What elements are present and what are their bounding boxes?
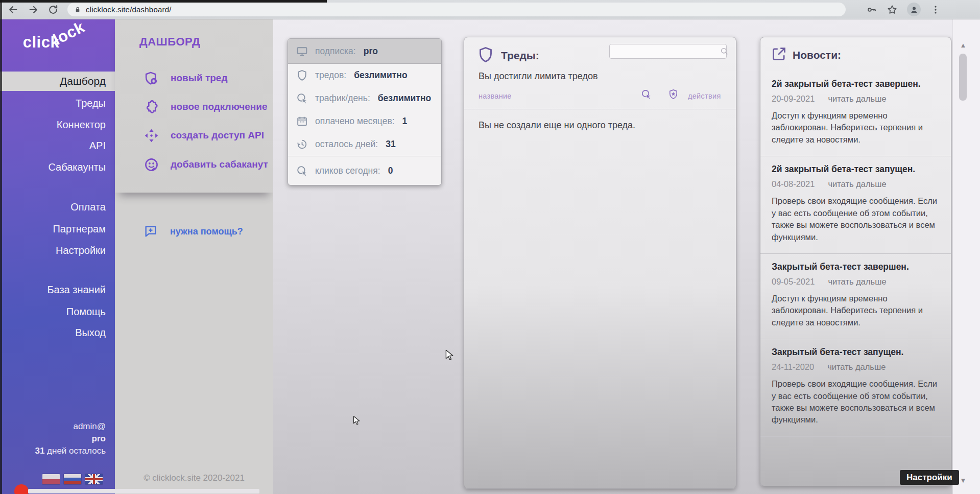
url-text: clicklock.site/dashboard/	[86, 5, 172, 14]
shield-plus-icon	[144, 70, 159, 86]
sidebar-item-payment[interactable]: Оплата	[0, 197, 115, 217]
menu-dots-icon[interactable]	[930, 4, 941, 15]
news-item: Закрытый бета-тест запущен. 24-11-2020 ч…	[760, 339, 951, 436]
news-title: Новости:	[793, 49, 841, 61]
read-more-link[interactable]: читать дальше	[828, 277, 886, 287]
action-label: добавить сабаканут	[171, 159, 268, 170]
copyright-text: © clicklock.site 2020-2021	[115, 473, 273, 483]
clicklock-logo: clicklock	[0, 33, 115, 52]
subscription-card: подписка:pro тредов:безлимитно трафик/де…	[288, 38, 442, 185]
news-item-meta: 09-05-2021 читать дальше	[772, 277, 941, 287]
traffic-row: трафик/день:безлимитно	[288, 87, 441, 110]
click-icon	[296, 164, 308, 177]
main-content: подписка:pro тредов:безлимитно трафик/де…	[273, 19, 980, 494]
language-switcher	[42, 474, 103, 484]
forward-button[interactable]	[27, 3, 40, 16]
logo-part-lock: lock	[50, 18, 87, 49]
new-thread-button[interactable]: новый тред	[144, 69, 228, 87]
user-plan: pro	[35, 433, 106, 445]
column-header-actions: действия	[688, 92, 721, 100]
news-item-title: 2й закрытый бета-тест запущен.	[772, 164, 941, 175]
create-api-access-button[interactable]: создать доступ API	[144, 127, 264, 144]
row-label: тредов:	[315, 70, 346, 81]
video-progress-bar	[28, 489, 259, 493]
shield-star-column-icon	[667, 88, 679, 100]
top-edge-shadow	[0, 0, 327, 3]
news-item-date: 20-09-2021	[772, 94, 815, 104]
clicks-today-row: кликов сегодня:0	[288, 156, 441, 185]
threads-limit-notice: Вы достигли лимита тредов	[479, 71, 597, 82]
settings-overlay-badge[interactable]: Настройки	[900, 470, 959, 485]
news-panel: Новости: 2й закрытый бета-тест завершен.…	[760, 37, 951, 486]
move-arrows-icon	[144, 128, 159, 144]
sidebar-item-logout[interactable]: Выход	[0, 323, 115, 342]
back-button[interactable]	[7, 3, 20, 16]
padlock-icon	[74, 6, 82, 14]
threads-limit-row: тредов:безлимитно	[288, 64, 441, 87]
poland-flag-icon[interactable]	[42, 474, 60, 484]
bookmark-star-icon[interactable]	[887, 4, 898, 15]
add-subaccount-button[interactable]: добавить сабаканут	[144, 156, 268, 173]
read-more-link[interactable]: читать дальше	[828, 94, 886, 104]
sidebar-item-subaccounts[interactable]: Сабакаунты	[0, 157, 115, 177]
click-icon	[296, 92, 308, 105]
news-item-meta: 20-09-2021 читать дальше	[772, 94, 941, 104]
row-value: 0	[388, 166, 393, 176]
scroll-up-arrow[interactable]: ▲	[958, 41, 968, 49]
row-label: осталось дней:	[315, 139, 378, 150]
person-icon	[909, 5, 919, 15]
sidebar-item-dashboard[interactable]: Дашборд	[0, 72, 115, 91]
left-edge-shadow	[0, 0, 2, 494]
key-icon[interactable]	[866, 4, 877, 15]
news-item: Закрытый бета-тест завершен. 09-05-2021 …	[760, 253, 951, 339]
clicks-column-icon	[640, 88, 652, 100]
shield-icon	[476, 45, 495, 64]
news-item-title: 2й закрытый бета-тест завершен.	[772, 79, 941, 89]
profile-avatar[interactable]	[907, 3, 921, 16]
sidebar-item-connector[interactable]: Коннектор	[0, 115, 115, 134]
scroll-down-arrow[interactable]: ▼	[958, 477, 968, 484]
sidebar-item-help[interactable]: Помощь	[0, 302, 115, 321]
url-bar[interactable]: clicklock.site/dashboard/	[67, 3, 846, 16]
subscription-header: подписка:pro	[288, 39, 441, 64]
scrollbar-thumb[interactable]	[959, 54, 967, 101]
sidebar-item-knowledge-base[interactable]: База знаний	[0, 280, 115, 299]
subscription-label: подписка:	[315, 46, 356, 57]
news-item-title: Закрытый бета-тест завершен.	[772, 262, 941, 272]
search-input[interactable]	[610, 47, 720, 56]
threads-divider	[464, 109, 736, 109]
reload-icon	[47, 4, 59, 15]
user-days-left: 31 дней осталось	[35, 445, 106, 457]
russia-flag-icon[interactable]	[64, 474, 81, 484]
uk-flag-icon[interactable]	[85, 474, 103, 484]
shield-icon	[296, 69, 308, 82]
news-header: Новости:	[760, 37, 951, 71]
days-left-row: осталось дней:31	[288, 133, 441, 156]
news-item-body: Проверь свои входящие сообщения. Если у …	[772, 378, 941, 426]
forward-arrow-icon	[28, 4, 39, 15]
back-arrow-icon	[8, 4, 19, 15]
days-number: 31	[35, 446, 44, 456]
row-label: кликов сегодня:	[315, 166, 380, 176]
column-header-name: название	[479, 92, 512, 100]
read-more-link[interactable]: читать дальше	[828, 179, 886, 189]
sidebar-item-api[interactable]: API	[0, 136, 115, 155]
threads-panel: Треды: Вы достигли лимита тредов названи…	[464, 37, 736, 489]
threads-search-box	[609, 44, 727, 59]
new-connection-button[interactable]: новое подключение	[144, 98, 268, 115]
paid-months-row: оплачено месяцев:1	[288, 110, 441, 133]
sidebar-item-settings[interactable]: Настройки	[0, 241, 115, 260]
need-help-link[interactable]: нужна помощь?	[144, 223, 243, 240]
sidebar-item-partners[interactable]: Партнерам	[0, 219, 115, 239]
action-label: новое подключение	[171, 101, 268, 112]
news-item-body: Доступ к функциям временно заблокирован.…	[772, 293, 941, 328]
dashboard-menu-column: ДАШБОРД новый тред новое подключение соз…	[115, 19, 273, 494]
reload-button[interactable]	[46, 3, 60, 16]
sidebar-item-threads[interactable]: Треды	[0, 93, 115, 113]
news-item-title: Закрытый бета-тест запущен.	[772, 347, 941, 358]
sidebar: clicklock Дашборд Треды Коннектор API Са…	[0, 19, 115, 494]
subaccount-icon	[144, 157, 159, 173]
read-more-link[interactable]: читать дальше	[827, 362, 886, 372]
chat-plus-icon	[144, 224, 158, 239]
page-title: ДАШБОРД	[139, 35, 200, 49]
